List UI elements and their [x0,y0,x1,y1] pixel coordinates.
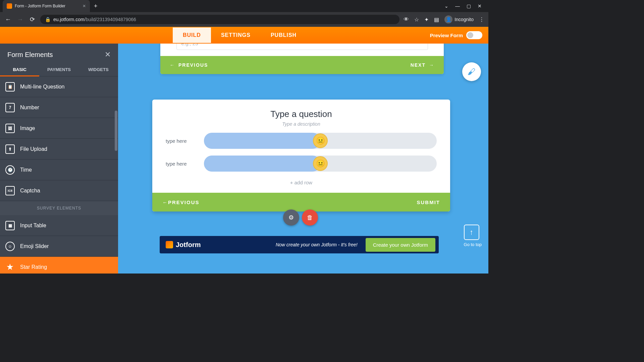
extensions-icon[interactable]: ✦ [424,16,429,23]
element-number[interactable]: 7 Number [0,97,118,118]
maximize-icon[interactable]: ▢ [467,3,471,9]
previous-button[interactable]: ←PREVIOUS [162,199,200,205]
elements-list[interactable]: 📋 Multi-line Question 7 Number 🖼 Image ⬆… [0,76,118,274]
prev-label: PREVIOUS [168,199,200,205]
emoji-icon: ☺ [5,242,15,251]
slider-fill [204,133,320,149]
sidebar-tab-basic[interactable]: BASIC [0,63,39,76]
form-designer-button[interactable]: 🖌 [462,62,481,81]
brand-name: Jotform [176,241,201,249]
element-settings-button[interactable]: ⚙ [283,209,299,226]
element-label: Image [20,125,35,131]
element-label: Multi-line Question [20,84,65,90]
browser-tab[interactable]: Form - Jotform Form Builder ✕ [3,0,90,12]
form-card-previous[interactable]: e.g., 23 ←PREVIOUS NEXT→ [160,44,444,74]
tab-bar: Form - Jotform Form Builder ✕ + ⌄ — ▢ ✕ [0,0,488,12]
close-sidebar-button[interactable]: ✕ [105,50,111,59]
element-star-rating[interactable]: ★ Star Rating [0,257,118,274]
window-controls: ⌄ — ▢ ✕ [444,3,486,9]
tab-title: Form - Jotform Form Builder [15,4,65,8]
forward-button[interactable]: → [16,16,24,23]
close-tab-icon[interactable]: ✕ [83,4,86,8]
tab-publish[interactable]: PUBLISH [261,27,307,43]
slider-emoji-handle[interactable]: 😐 [313,133,328,148]
emoji-slider-track[interactable]: 😐 [204,156,437,172]
favicon-icon [7,3,12,9]
clock-icon: 🕐 [5,165,15,175]
table-icon: ▦ [5,221,15,230]
element-file-upload[interactable]: ⬆ File Upload [0,139,118,160]
question-description[interactable]: Type a description [152,121,450,127]
section-survey-elements: SURVEY ELEMENTS [0,201,118,215]
arrow-up-icon[interactable]: ↑ [464,225,479,240]
element-input-table[interactable]: ▦ Input Table [0,215,118,236]
reload-button[interactable]: ⟳ [28,16,36,23]
row-label-input[interactable]: type here [166,161,198,167]
url-domain: eu.jotform.com [53,17,85,22]
new-tab-button[interactable]: + [94,3,98,10]
form-canvas[interactable]: e.g., 23 ←PREVIOUS NEXT→ Type a question… [118,44,488,274]
element-time[interactable]: 🕐 Time [0,160,118,180]
sidebar-tab-widgets[interactable]: WIDGETS [79,63,118,76]
chevron-down-icon[interactable]: ⌄ [444,3,448,9]
tab-build[interactable]: BUILD [173,27,211,43]
element-label: Emoji Slider [20,243,49,249]
prev-label: PREVIOUS [178,62,208,68]
number-input-preview[interactable]: e.g., 23 [176,44,428,50]
element-image[interactable]: 🖼 Image [0,118,118,139]
image-icon: 🖼 [5,124,15,133]
go-to-top[interactable]: ↑ Go to top [464,225,482,247]
element-label: Input Table [20,223,46,229]
browser-chrome: Form - Jotform Form Builder ✕ + ⌄ — ▢ ✕ … [0,0,488,27]
submit-button[interactable]: SUBMIT [417,199,440,205]
element-label: Number [20,105,39,111]
page-nav-bar: ←PREVIOUS NEXT→ [160,56,444,74]
element-emoji-slider[interactable]: ☺ Emoji Slider [0,236,118,257]
panel-icon[interactable]: ▤ [434,16,439,23]
element-actions: ⚙ 🗑 [283,209,318,226]
page-nav-bar: ←PREVIOUS SUBMIT [152,193,450,212]
promo-cta-button[interactable]: Create your own Jotform [366,238,435,252]
star-icon[interactable]: ☆ [414,16,419,23]
form-elements-sidebar: Form Elements ✕ BASIC PAYMENTS WIDGETS 📋… [0,44,118,274]
header-tabs: BUILD SETTINGS PUBLISH [173,27,307,43]
element-multiline[interactable]: 📋 Multi-line Question [0,76,118,97]
minimize-icon[interactable]: — [455,3,460,9]
slider-fill [204,156,320,172]
preview-form-toggle[interactable]: Preview Form [430,31,488,39]
tab-settings[interactable]: SETTINGS [211,27,261,43]
menu-icon[interactable]: ⋮ [479,16,484,23]
upload-icon: ⬆ [5,144,15,154]
url-input[interactable]: 🔒 eu.jotform.com/build/231394094879066 [40,15,399,24]
row-label-input[interactable]: type here [166,138,198,144]
slider-row: type here 😐 [152,152,450,175]
sidebar-tab-payments[interactable]: PAYMENTS [39,63,78,76]
element-label: Captcha [20,188,40,194]
jotform-logo: Jotform [166,241,201,249]
eye-off-icon[interactable]: 👁 [404,16,409,22]
add-row-button[interactable]: + add row [152,175,450,193]
submit-label: SUBMIT [417,199,440,205]
element-captcha[interactable]: iC8 Captcha [0,180,118,201]
previous-button[interactable]: ←PREVIOUS [170,62,208,68]
slider-row: type here 😐 [152,129,450,152]
back-button[interactable]: ← [4,16,12,23]
emoji-slider-track[interactable]: 😐 [204,133,437,149]
scrollbar[interactable] [115,111,117,151]
question-title[interactable]: Type a question [152,109,450,119]
logo-icon [166,241,173,248]
app-header: BUILD SETTINGS PUBLISH Preview Form [0,27,488,44]
number-icon: 7 [5,103,15,112]
element-delete-button[interactable]: 🗑 [302,209,318,226]
arrow-left-icon: ← [162,199,168,205]
incognito-label: Incognito [454,17,474,22]
slider-emoji-handle[interactable]: 😐 [313,156,328,171]
form-card-emoji-slider[interactable]: Type a question Type a description type … [152,100,450,212]
url-path: /build/231394094879066 [85,17,136,22]
element-label: Time [20,167,32,173]
incognito-badge: 👤 Incognito [444,15,474,23]
next-button[interactable]: NEXT→ [411,62,434,68]
close-window-icon[interactable]: ✕ [478,3,482,9]
element-label: Star Rating [20,264,47,270]
toggle-switch[interactable] [466,31,482,39]
